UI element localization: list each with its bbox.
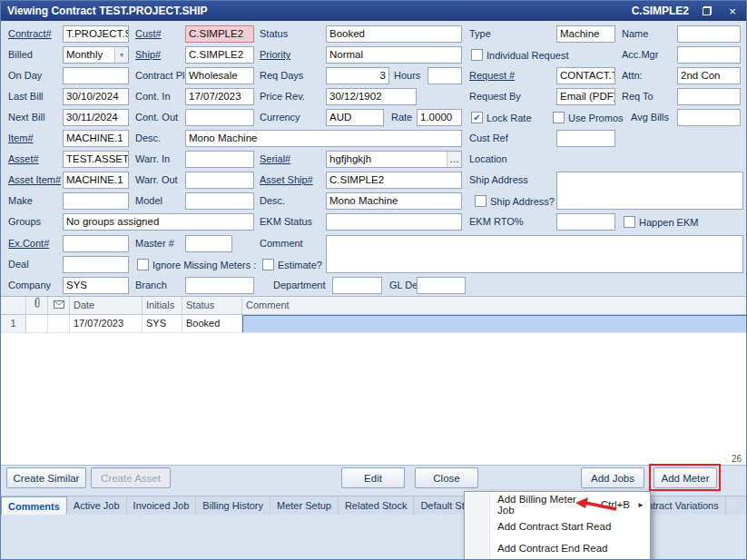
ship-address-area[interactable] <box>556 172 743 210</box>
asset-desc-field[interactable]: Mono Machine <box>326 192 462 210</box>
hours-field[interactable] <box>428 67 462 84</box>
request-by-field[interactable]: Email (PDF) <box>556 88 615 105</box>
contract-field[interactable]: T.PROJECT.SH <box>63 25 129 43</box>
model-field[interactable] <box>185 192 254 210</box>
currency-field[interactable]: AUD <box>326 109 384 126</box>
menu-item-add-contract-end-read[interactable]: Add Contract End Read <box>465 537 650 559</box>
next-bill-field[interactable]: 30/11/2024 <box>63 109 129 126</box>
titlebar: Viewing Contract TEST.PROJECT.SHIP C.SIM… <box>1 1 746 21</box>
tab-invoiced-job[interactable]: Invoiced Job <box>127 496 197 515</box>
menu-item-add-contract-start-read[interactable]: Add Contract Start Read <box>465 516 650 537</box>
row-initials-cell[interactable]: SYS <box>143 315 182 333</box>
edit-button[interactable]: Edit <box>341 467 405 488</box>
department-field[interactable] <box>332 277 382 294</box>
acc-mgr-field[interactable] <box>677 46 741 64</box>
restore-icon[interactable] <box>700 4 714 18</box>
chevron-down-icon[interactable]: ▾ <box>114 47 128 63</box>
cont-out-field[interactable] <box>185 109 254 126</box>
asset-ship-label[interactable]: Asset Ship# <box>260 172 313 189</box>
priority-field[interactable]: Normal <box>326 46 462 64</box>
lock-rate-checkbox[interactable]: ✔ Lock Rate <box>471 111 532 124</box>
row-date-cell[interactable]: 17/07/2023 <box>70 315 143 333</box>
happen-ekm-checkbox[interactable]: Happen EKM <box>624 215 698 229</box>
paperclip-icon[interactable] <box>26 297 48 314</box>
cust-label[interactable]: Cust# <box>135 25 162 43</box>
comment-area[interactable] <box>326 235 743 273</box>
request-no-label[interactable]: Request # <box>469 67 515 84</box>
tab-meter-setup[interactable]: Meter Setup <box>270 496 339 515</box>
use-promos-checkbox[interactable]: Use Promos <box>553 111 624 124</box>
item-label[interactable]: Item# <box>8 130 34 147</box>
contract-plan-field[interactable]: Wholesale <box>185 67 254 84</box>
asset-item-label[interactable]: Asset Item# <box>8 172 61 189</box>
individual-request-checkbox[interactable]: Individual Request <box>471 48 569 62</box>
add-meter-button[interactable]: Add Meter <box>654 467 717 488</box>
create-similar-button[interactable]: Create Similar <box>6 467 86 488</box>
asset-ship-field[interactable]: C.SIMPLE2 <box>326 172 462 189</box>
row-comment-cell-selected[interactable] <box>242 315 747 333</box>
item-desc-field[interactable]: Mono Machine <box>185 130 462 147</box>
ship-field[interactable]: C.SIMPLE2 <box>185 46 254 64</box>
req-to-field[interactable] <box>677 88 741 105</box>
company-field[interactable]: SYS <box>63 277 129 294</box>
status-field[interactable]: Booked <box>326 25 462 43</box>
serial-label[interactable]: Serial# <box>260 151 290 168</box>
billed-combo[interactable]: Monthly ▾ <box>63 46 129 64</box>
row-mail-cell[interactable] <box>48 315 70 333</box>
cust-field[interactable]: C.SIMPLE2 <box>185 25 254 43</box>
ignore-missing-meters-checkbox[interactable]: Ignore Missing Meters : <box>137 258 256 271</box>
request-no-field[interactable]: CONTACT.T <box>556 67 615 84</box>
envelope-icon[interactable] <box>48 297 70 314</box>
cust-ref-field[interactable] <box>556 130 615 147</box>
warr-out-field[interactable] <box>185 172 254 189</box>
asset-label[interactable]: Asset# <box>8 151 39 168</box>
name-field[interactable] <box>677 25 741 43</box>
table-row[interactable]: 1 17/07/2023 SYS Booked <box>1 315 747 333</box>
last-bill-field[interactable]: 30/10/2024 <box>63 88 129 105</box>
ex-cont-field[interactable] <box>63 235 129 252</box>
attn-field[interactable]: 2nd Con <box>677 67 741 84</box>
priority-label[interactable]: Priority <box>260 46 290 64</box>
rate-field[interactable]: 1.0000 <box>417 109 462 126</box>
serial-field[interactable]: hgfjhgkjh … <box>326 151 462 168</box>
grid-header-initials[interactable]: Initials <box>143 297 182 314</box>
asset-item-field[interactable]: MACHINE.1 <box>63 172 129 189</box>
make-field[interactable] <box>63 192 129 210</box>
ellipsis-icon[interactable]: … <box>447 152 461 167</box>
row-status-cell[interactable]: Booked <box>182 315 242 333</box>
type-field[interactable]: Machine <box>556 25 615 43</box>
asset-field[interactable]: TEST.ASSET <box>63 151 129 168</box>
groups-field[interactable]: No groups assigned <box>63 213 254 231</box>
tab-active-job[interactable]: Active Job <box>67 496 127 515</box>
avg-bills-field[interactable] <box>677 109 741 126</box>
tab-comments[interactable]: Comments <box>1 496 67 515</box>
on-day-field[interactable] <box>63 67 129 84</box>
close-icon[interactable]: × <box>725 4 740 18</box>
tab-related-stock[interactable]: Related Stock <box>339 496 414 515</box>
ekm-status-field[interactable] <box>326 213 462 231</box>
tab-billing-history[interactable]: Billing History <box>196 496 270 515</box>
ship-label[interactable]: Ship# <box>135 46 161 64</box>
estimate-checkbox[interactable]: Estimate? <box>262 258 322 271</box>
contract-label[interactable]: Contract# <box>8 25 52 43</box>
grid-indicator-header <box>1 297 26 314</box>
cont-in-field[interactable]: 17/07/2023 <box>185 88 254 105</box>
item-field[interactable]: MACHINE.1 <box>63 130 129 147</box>
row-attach-cell[interactable] <box>26 315 48 333</box>
branch-field[interactable] <box>185 277 254 294</box>
grid-header-status[interactable]: Status <box>182 297 242 314</box>
grid-header-comment[interactable]: Comment <box>242 297 747 314</box>
price-rev-field[interactable]: 30/12/1902 <box>326 88 417 105</box>
ex-cont-label[interactable]: Ex.Cont# <box>8 235 49 252</box>
req-days-field[interactable]: 3 <box>326 67 389 84</box>
ekm-rto-field[interactable] <box>556 213 615 231</box>
add-jobs-button[interactable]: Add Jobs <box>581 467 644 488</box>
close-button[interactable]: Close <box>415 467 478 488</box>
grid-header-date[interactable]: Date <box>70 297 143 314</box>
menu-item-add-billing-meter-job[interactable]: Add Billing Meter Job Ctrl+B ► <box>465 494 650 516</box>
ship-address-q-checkbox[interactable]: Ship Address? <box>475 194 555 208</box>
warr-in-field[interactable] <box>185 151 254 168</box>
master-field[interactable] <box>185 235 232 252</box>
deal-field[interactable] <box>63 256 129 273</box>
gl-de-field[interactable] <box>417 277 466 294</box>
